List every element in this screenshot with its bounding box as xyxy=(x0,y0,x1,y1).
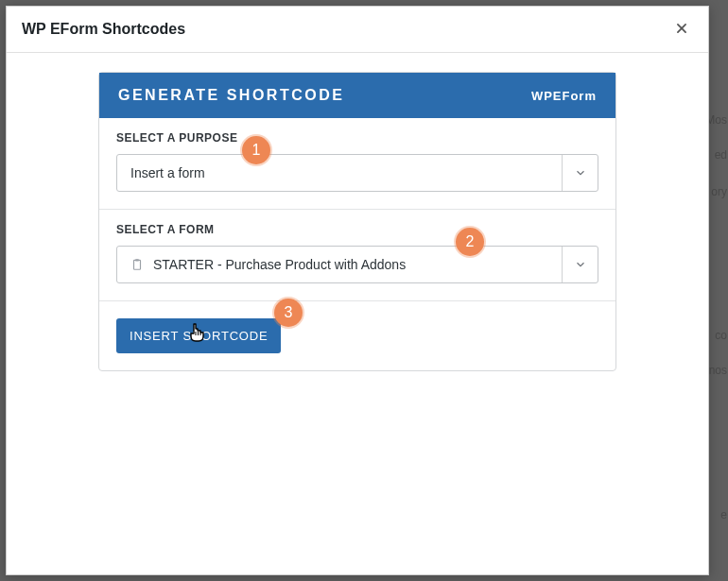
svg-rect-2 xyxy=(134,260,141,269)
svg-rect-3 xyxy=(135,259,139,261)
card-title: GENERATE SHORTCODE xyxy=(118,87,344,104)
close-icon xyxy=(675,22,688,38)
shortcode-modal: WP EForm Shortcodes GENERATE SHORTCODE W… xyxy=(6,6,709,575)
bg-text: co xyxy=(715,329,727,342)
bg-text: e xyxy=(720,508,727,521)
form-label: SELECT A FORM xyxy=(116,223,598,236)
form-select[interactable]: STARTER - Purchase Product with Addons xyxy=(116,246,598,283)
bg-text: ed xyxy=(715,148,727,162)
form-value: STARTER - Purchase Product with Addons xyxy=(153,257,406,272)
generate-shortcode-card: GENERATE SHORTCODE WPEForm SELECT A PURP… xyxy=(98,72,616,371)
insert-shortcode-button[interactable]: INSERT SHORTCODE xyxy=(116,318,281,353)
form-section: SELECT A FORM STARTER - Purchase Product… xyxy=(99,210,615,301)
form-value-wrap: STARTER - Purchase Product with Addons xyxy=(117,257,562,272)
clipboard-icon xyxy=(130,257,144,272)
close-button[interactable] xyxy=(670,18,693,41)
bg-text: ory xyxy=(711,185,727,198)
modal-title: WP EForm Shortcodes xyxy=(22,21,185,38)
modal-header: WP EForm Shortcodes xyxy=(7,7,708,53)
bg-text: nos xyxy=(709,364,727,377)
chevron-down-icon xyxy=(562,155,598,191)
purpose-value: Insert a form xyxy=(117,165,562,180)
annotation-badge-1: 1 xyxy=(242,136,270,164)
purpose-select[interactable]: Insert a form xyxy=(116,154,598,192)
action-section: INSERT SHORTCODE xyxy=(99,301,615,370)
annotation-badge-3: 3 xyxy=(274,299,303,327)
annotation-badge-2: 2 xyxy=(456,228,484,256)
purpose-section: SELECT A PURPOSE Insert a form xyxy=(99,118,615,210)
purpose-label: SELECT A PURPOSE xyxy=(116,131,598,145)
card-header: GENERATE SHORTCODE WPEForm xyxy=(99,73,615,118)
card-brand: WPEForm xyxy=(531,89,597,103)
chevron-down-icon xyxy=(562,247,598,282)
